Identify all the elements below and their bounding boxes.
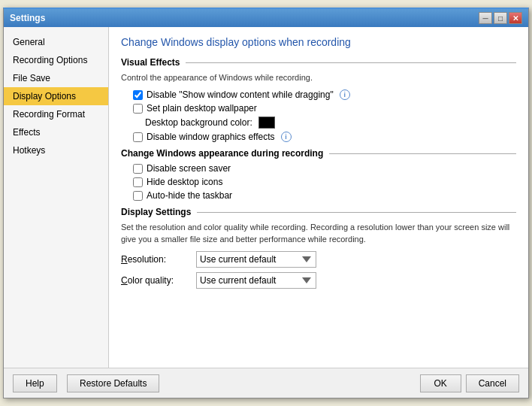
display-settings-section-header: Display Settings	[121, 207, 516, 217]
settings-window: Settings ─ □ ✕ General Recording Options…	[3, 8, 529, 398]
color-quality-dropdown[interactable]: Use current default 16-bit 32-bit	[196, 272, 316, 289]
sidebar-item-display-options[interactable]: Display Options	[4, 87, 108, 105]
disable-graphics-row: Disable window graphics effects i	[133, 132, 516, 142]
restore-defaults-button[interactable]: Restore Defaults	[67, 374, 159, 392]
maximize-button[interactable]: □	[494, 12, 507, 24]
disable-dragging-info-icon[interactable]: i	[340, 89, 350, 100]
disable-dragging-row: Disable "Show window content while dragg…	[133, 89, 516, 100]
appearance-section-header: Change Windows appearance during recordi…	[121, 148, 516, 159]
title-bar-buttons: ─ □ ✕	[479, 12, 522, 24]
sidebar-item-file-save[interactable]: File Save	[4, 69, 108, 87]
help-button[interactable]: Help	[13, 374, 57, 392]
autohide-taskbar-checkbox[interactable]	[133, 191, 143, 201]
hide-icons-checkbox[interactable]	[133, 177, 143, 187]
display-settings-label: Display Settings	[121, 207, 191, 217]
cancel-button[interactable]: Cancel	[466, 374, 519, 392]
desktop-bg-color-swatch[interactable]	[258, 117, 275, 129]
page-title: Change Windows display options when reco…	[121, 36, 516, 48]
window-title: Settings	[10, 13, 45, 23]
appearance-label: Change Windows appearance during recordi…	[121, 148, 323, 159]
footer-left: Help Restore Defaults	[13, 374, 420, 392]
color-quality-row: Color quality: Use current default 16-bi…	[121, 272, 516, 289]
disable-graphics-checkbox[interactable]	[133, 132, 143, 142]
disable-graphics-info-icon[interactable]: i	[281, 132, 292, 142]
visual-effects-divider-line	[186, 62, 516, 63]
window-body: General Recording Options File Save Disp…	[4, 27, 528, 368]
footer: Help Restore Defaults OK Cancel	[4, 368, 528, 398]
sidebar: General Recording Options File Save Disp…	[4, 27, 109, 368]
color-quality-label: Color quality:	[121, 275, 189, 286]
visual-effects-section-header: Visual Effects	[121, 57, 516, 68]
display-settings-description: Set the resolution and color quality whi…	[121, 222, 516, 245]
plain-wallpaper-label: Set plain desktop wallpaper	[147, 103, 257, 114]
autohide-taskbar-row: Auto-hide the taskbar	[133, 190, 516, 201]
hide-icons-row: Hide desktop icons	[133, 177, 516, 187]
resolution-dropdown[interactable]: Use current default 640x480 800x600 1024…	[196, 251, 316, 268]
autohide-taskbar-label: Auto-hide the taskbar	[147, 190, 232, 201]
disable-dragging-label: Disable "Show window content while dragg…	[147, 89, 334, 100]
disable-screensaver-checkbox[interactable]	[133, 164, 143, 174]
sidebar-item-hotkeys[interactable]: Hotkeys	[4, 141, 108, 159]
plain-wallpaper-checkbox[interactable]	[133, 104, 143, 114]
appearance-divider-line	[329, 153, 516, 154]
hide-icons-label: Hide desktop icons	[147, 177, 222, 187]
sidebar-item-recording-format[interactable]: Recording Format	[4, 105, 108, 123]
desktop-bg-row: Desktop background color:	[145, 117, 516, 129]
visual-effects-label: Visual Effects	[121, 57, 180, 68]
close-button[interactable]: ✕	[509, 12, 522, 24]
display-settings-divider-line	[197, 212, 516, 213]
disable-screensaver-row: Disable screen saver	[133, 163, 516, 174]
sidebar-item-effects[interactable]: Effects	[4, 123, 108, 141]
resolution-row: Resolution: Use current default 640x480 …	[121, 251, 516, 268]
title-bar: Settings ─ □ ✕	[4, 9, 528, 27]
content-area: Change Windows display options when reco…	[109, 27, 528, 368]
sidebar-item-general[interactable]: General	[4, 33, 108, 51]
disable-graphics-label: Disable window graphics effects	[147, 132, 275, 142]
sidebar-item-recording-options[interactable]: Recording Options	[4, 51, 108, 69]
minimize-button[interactable]: ─	[479, 12, 492, 24]
footer-right: OK Cancel	[420, 374, 519, 392]
resolution-label: Resolution:	[121, 254, 189, 265]
disable-screensaver-label: Disable screen saver	[147, 163, 231, 174]
visual-effects-description: Control the appearance of Windows while …	[121, 72, 516, 83]
ok-button[interactable]: OK	[420, 374, 461, 392]
plain-wallpaper-row: Set plain desktop wallpaper	[133, 103, 516, 114]
desktop-bg-label: Desktop background color:	[145, 117, 252, 128]
disable-dragging-checkbox[interactable]	[133, 90, 143, 100]
